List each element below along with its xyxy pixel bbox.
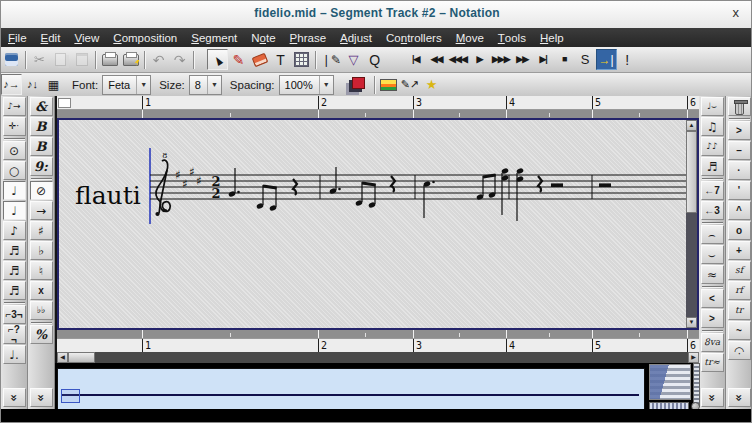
- cycle-slashes-button[interactable]: [344, 74, 371, 95]
- text-tool-button[interactable]: T: [270, 49, 291, 70]
- play-button[interactable]: ▶: [469, 49, 490, 70]
- hemidemisemiquaver-button[interactable]: ♬: [3, 281, 26, 300]
- sforzando-button[interactable]: sf: [728, 261, 751, 280]
- phrasing-slur-button[interactable]: ⌣: [701, 245, 724, 264]
- notes-rests-toggle-button[interactable]: ♪→: [3, 97, 26, 116]
- tenor-clef-button[interactable]: B: [30, 137, 53, 156]
- more-marks-button[interactable]: »: [728, 388, 751, 407]
- menu-controllers[interactable]: Controllers: [379, 28, 449, 47]
- continuous-page-layout-button[interactable]: ♪↓: [22, 74, 43, 95]
- double-flat-button[interactable]: ♭♭: [30, 301, 53, 320]
- menu-phrase[interactable]: Phrase: [283, 28, 333, 47]
- bottom-bar-ruler[interactable]: 123456: [57, 338, 699, 352]
- copy-button[interactable]: [50, 49, 71, 70]
- auto-beam-button[interactable]: ♬: [701, 157, 724, 176]
- print-button[interactable]: [99, 49, 120, 70]
- break-beam-button[interactable]: ♪♪: [701, 137, 724, 156]
- undo-button[interactable]: ↶: [148, 49, 169, 70]
- horizontal-scrollbar[interactable]: ◀ ▶: [57, 352, 699, 363]
- fast-forward-button[interactable]: ▶▶: [512, 49, 533, 70]
- chord-name-ruler-button[interactable]: [378, 74, 399, 95]
- cut-button[interactable]: ✂: [29, 49, 50, 70]
- save-button[interactable]: [1, 49, 22, 70]
- horizontal-scroll-handle[interactable]: [68, 352, 95, 363]
- trill-button[interactable]: tr: [728, 301, 751, 320]
- ottava-button[interactable]: 8va: [701, 333, 724, 352]
- vertical-scroll-handle[interactable]: [686, 131, 697, 213]
- view-region-indicator[interactable]: [61, 389, 80, 403]
- semibreve-button[interactable]: ○: [3, 161, 26, 180]
- fast-forward-to-end-button[interactable]: ▶|: [533, 49, 554, 70]
- menu-view[interactable]: View: [67, 28, 106, 47]
- stopped-button[interactable]: +: [728, 241, 751, 260]
- rewind-to-beginning-button[interactable]: |◀: [405, 49, 426, 70]
- staccato-button[interactable]: ·: [728, 161, 751, 180]
- linear-layout-button[interactable]: ♪→: [1, 74, 22, 95]
- filter-button[interactable]: ▽: [343, 49, 364, 70]
- slur-button[interactable]: ⌢: [701, 225, 724, 244]
- stop-button[interactable]: ■: [554, 49, 575, 70]
- turn-button[interactable]: ~: [728, 321, 751, 340]
- more-accidentals-button[interactable]: »: [30, 388, 53, 407]
- tie-button[interactable]: ♩⌣: [701, 97, 724, 116]
- more-durations-button[interactable]: »: [3, 388, 26, 407]
- fermata-button[interactable]: ◠: [728, 341, 751, 360]
- solo-button[interactable]: S: [575, 49, 596, 70]
- top-bar-ruler[interactable]: 123456: [57, 96, 699, 110]
- segment-overview-panel[interactable]: [57, 368, 645, 413]
- delete-button[interactable]: [728, 97, 751, 116]
- quantize-button[interactable]: Q: [364, 49, 385, 70]
- dotted-note-button[interactable]: ♩.: [3, 345, 26, 364]
- menu-edit[interactable]: Edit: [34, 28, 68, 47]
- spacing-dropdown[interactable]: 100%▼: [279, 75, 334, 95]
- multi-page-layout-button[interactable]: ▦: [43, 74, 64, 95]
- marker-button[interactable]: ★: [421, 74, 442, 95]
- untuplet-button[interactable]: ←7: [701, 181, 724, 200]
- treble-clef-button[interactable]: &: [30, 97, 53, 116]
- guitar-chord-tool-button[interactable]: [291, 49, 312, 70]
- bass-clef-button[interactable]: 9:: [30, 157, 53, 176]
- decrescendo-button[interactable]: >: [701, 309, 724, 328]
- tracking-button[interactable]: →|: [596, 49, 617, 70]
- erase-tool-button[interactable]: [249, 49, 270, 70]
- breve-button[interactable]: ⊙: [3, 141, 26, 160]
- beam-group-button[interactable]: ♫: [701, 117, 724, 136]
- tenuto-button[interactable]: –: [728, 141, 751, 160]
- alto-clef-button[interactable]: B: [30, 117, 53, 136]
- staccatissimo-button[interactable]: ': [728, 181, 751, 200]
- rewind-fast-button[interactable]: ◀◀◀: [447, 49, 469, 70]
- triplet-button[interactable]: ⌐3¬: [3, 305, 26, 324]
- dot-toggle-button[interactable]: ✛·: [3, 117, 26, 136]
- more-group-button[interactable]: »: [701, 388, 724, 407]
- vertical-zoom-thumbwheel[interactable]: [693, 363, 700, 407]
- insert-pitch-button[interactable]: ❘✎: [319, 49, 343, 70]
- menu-help[interactable]: Help: [533, 28, 571, 47]
- vertical-scrollbar[interactable]: ▲ ▼: [686, 120, 697, 328]
- select-tool-button[interactable]: ▲: [207, 49, 228, 70]
- menu-composition[interactable]: Composition: [106, 28, 184, 47]
- scroll-down-arrow[interactable]: ▼: [686, 317, 697, 328]
- crescendo-button[interactable]: <: [701, 289, 724, 308]
- marcato-button[interactable]: ^: [728, 201, 751, 220]
- natural-button[interactable]: ♮: [30, 261, 53, 280]
- fast-forward-fast-button[interactable]: ▶▶▶: [490, 49, 512, 70]
- quaver-button[interactable]: ♪: [3, 221, 26, 240]
- panner-zoom-display[interactable]: [649, 364, 691, 400]
- rinforzando-button[interactable]: rf: [728, 281, 751, 300]
- double-sharp-button[interactable]: x: [30, 281, 53, 300]
- follow-accidental-button[interactable]: →: [30, 201, 53, 220]
- paste-button[interactable]: [71, 49, 92, 70]
- accent-button[interactable]: >: [728, 121, 751, 140]
- scroll-up-arrow[interactable]: ▲: [686, 120, 697, 131]
- trill-line-button[interactable]: tr≈: [701, 353, 724, 372]
- demisemiquaver-button[interactable]: ♬: [3, 261, 26, 280]
- crotchet-button[interactable]: ♩: [3, 201, 26, 220]
- segno-button[interactable]: %: [30, 325, 53, 344]
- menu-move[interactable]: Move: [449, 28, 491, 47]
- panic-button[interactable]: !: [617, 49, 638, 70]
- harmonic-button[interactable]: o: [728, 221, 751, 240]
- menu-adjust[interactable]: Adjust: [333, 28, 379, 47]
- untriplet-button[interactable]: ←3: [701, 201, 724, 220]
- menu-segment[interactable]: Segment: [184, 28, 244, 47]
- menu-tools[interactable]: Tools: [491, 28, 533, 47]
